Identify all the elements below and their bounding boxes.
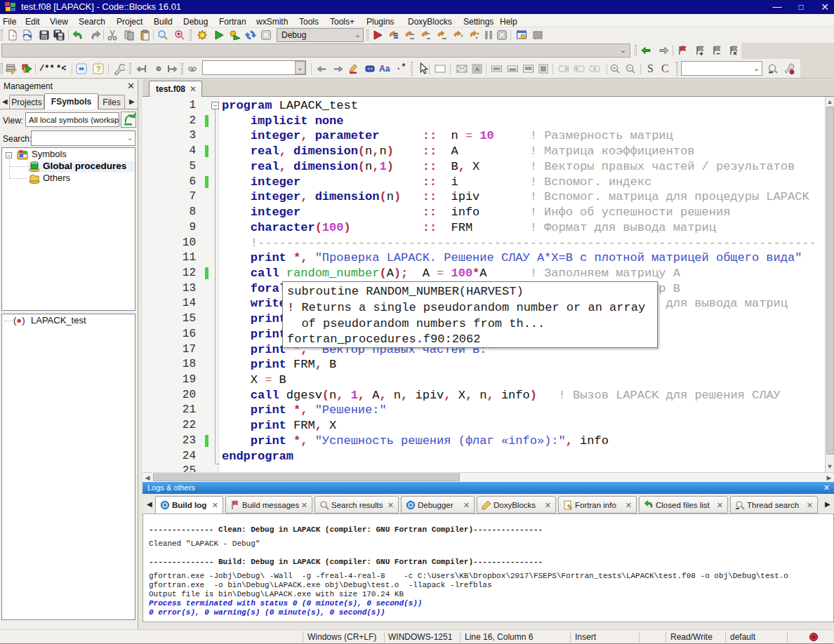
svg-text:?: ? xyxy=(96,65,101,73)
svg-text:A: A xyxy=(475,66,479,72)
